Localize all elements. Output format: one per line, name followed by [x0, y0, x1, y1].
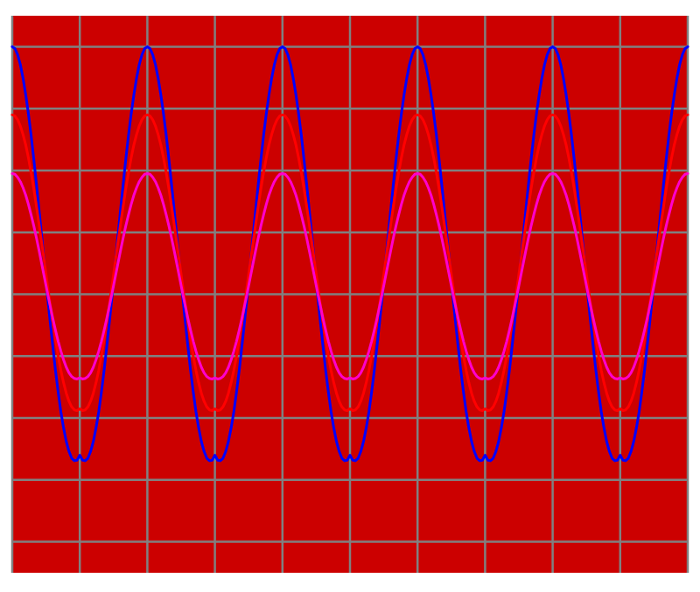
- chart-svg: [0, 0, 700, 592]
- chart-container: [0, 0, 700, 592]
